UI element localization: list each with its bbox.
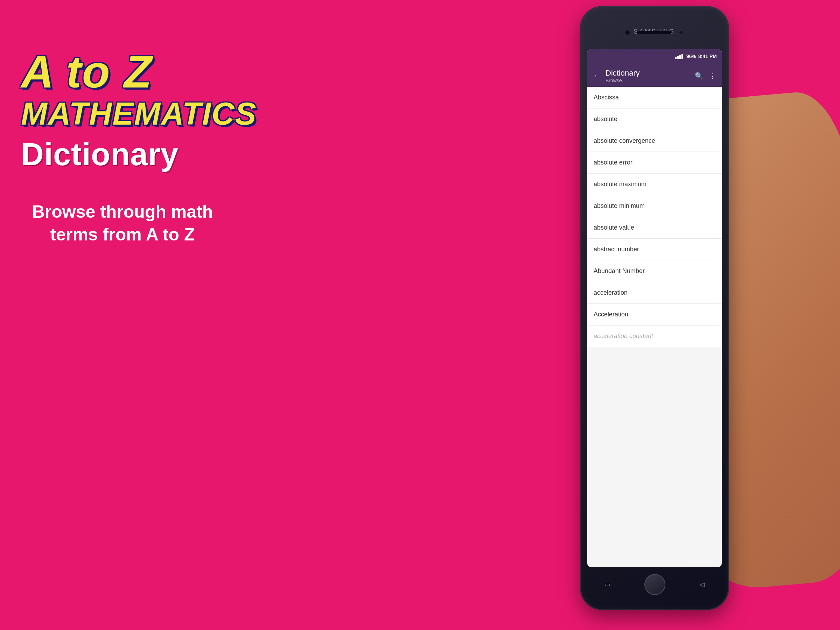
signal-bar-3 (679, 55, 681, 59)
more-options-icon[interactable]: ⋮ (709, 72, 716, 80)
recent-apps-button[interactable]: ▭ (605, 581, 610, 588)
speaker-bar (637, 31, 672, 34)
dictionary-list: Abscissa absolute absolute convergence a… (587, 87, 722, 347)
list-item[interactable]: acceleration constant (587, 325, 722, 347)
app-header: ← Dictionary Browse 🔍 ⋮ (587, 64, 722, 87)
phone-outer-shell: SAMSUNG 96% 8:41 PM (581, 7, 728, 609)
list-item[interactable]: absolute maximum (587, 174, 722, 195)
front-camera (679, 30, 684, 35)
title-a-to-z: A to Z (21, 49, 224, 95)
search-icon[interactable]: 🔍 (695, 72, 704, 80)
phone-bottom-nav: ▭ ◁ (587, 570, 722, 598)
phone-device: SAMSUNG 96% 8:41 PM (581, 7, 728, 609)
app-title: Dictionary (605, 69, 690, 78)
left-content-area: A to Z MATHEMATICS Dictionary Browse thr… (21, 49, 224, 246)
phone-top-area (587, 17, 722, 47)
title-mathematics: MATHEMATICS (21, 98, 224, 129)
list-item[interactable]: absolute error (587, 152, 722, 174)
list-item[interactable]: Acceleration (587, 304, 722, 325)
camera-dot-left (625, 30, 630, 35)
app-subtitle: Browse (605, 78, 690, 83)
title-dictionary: Dictionary (21, 136, 224, 172)
status-bar: 96% 8:41 PM (587, 49, 722, 64)
phone-screen: 96% 8:41 PM ← Dictionary Browse 🔍 ⋮ (587, 49, 722, 567)
list-item[interactable]: Abundant Number (587, 261, 722, 282)
header-title-area: Dictionary Browse (605, 69, 690, 83)
back-nav-button[interactable]: ◁ (699, 581, 704, 588)
signal-bar-2 (677, 56, 679, 59)
list-item[interactable]: acceleration (587, 282, 722, 304)
list-item[interactable]: absolute convergence (587, 130, 722, 152)
list-item[interactable]: absolute minimum (587, 195, 722, 217)
subtitle-text: Browse through math terms from A to Z (21, 201, 224, 246)
list-item[interactable]: absolute (587, 109, 722, 130)
list-item[interactable]: absolute value (587, 217, 722, 239)
list-item[interactable]: Abscissa (587, 87, 722, 109)
signal-bar-4 (681, 54, 683, 59)
battery-level: 96% (686, 54, 696, 59)
phone-wrapper: SAMSUNG 96% 8:41 PM (570, 0, 840, 623)
signal-bars (675, 54, 683, 59)
signal-bar-1 (675, 57, 677, 59)
home-button[interactable] (644, 574, 665, 595)
clock-time: 8:41 PM (698, 54, 717, 59)
header-icons: 🔍 ⋮ (695, 72, 716, 80)
list-item-abstract-number[interactable]: abstract number (587, 239, 722, 261)
back-button[interactable]: ← (593, 71, 601, 81)
